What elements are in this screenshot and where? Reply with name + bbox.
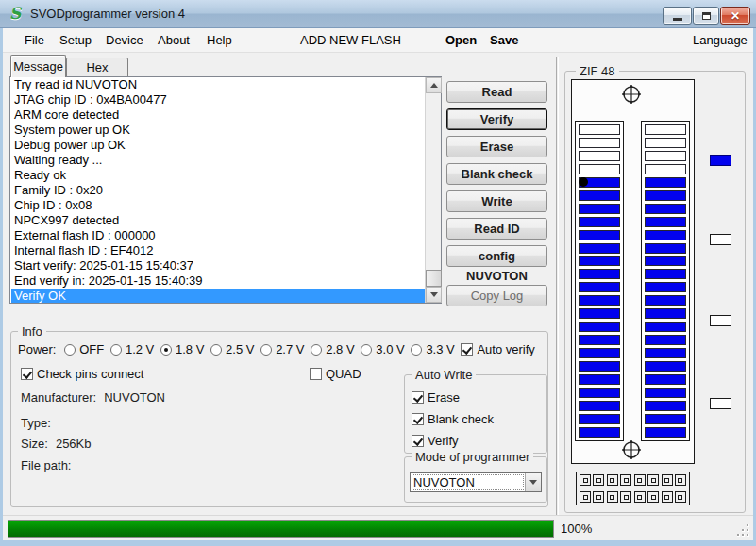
radio-icon: [311, 344, 322, 356]
log-line[interactable]: Chip ID : 0x08: [11, 198, 426, 213]
log-line[interactable]: Waiting ready ...: [11, 153, 426, 168]
connector-pad: [662, 491, 673, 503]
radio-label: 2.7 V: [276, 342, 304, 356]
log-line[interactable]: Family ID : 0x20: [11, 183, 426, 198]
title-bar[interactable]: S SVODprogrammer version 4 ✕: [0, 0, 756, 28]
zif-indicator-off: [710, 398, 731, 409]
log-scrollbar[interactable]: [425, 77, 441, 303]
auto-verify-checkbox[interactable]: Auto verify: [461, 342, 534, 356]
log-line[interactable]: External flash ID : 000000: [11, 228, 426, 243]
power-radio-2-7v[interactable]: 2.7 V: [260, 342, 304, 356]
connector-row: [580, 474, 686, 486]
checkbox-label: Auto verify: [477, 342, 534, 356]
log-line[interactable]: End verify in: 2025-01-15 15:40:39: [11, 273, 426, 289]
info-group-title: Info: [18, 324, 46, 339]
zif-indicator-on: [710, 155, 731, 166]
radio-label: 1.2 V: [126, 342, 154, 356]
power-radio-2-5v[interactable]: 2.5 V: [210, 342, 254, 356]
log-line[interactable]: Ready ok: [11, 168, 426, 183]
power-radio-off[interactable]: OFF: [64, 342, 104, 356]
menu-help[interactable]: Help: [207, 33, 232, 47]
connector-pad: [580, 491, 591, 503]
menu-add-new-flash[interactable]: ADD NEW FLASH: [300, 33, 401, 47]
minimize-button[interactable]: [663, 7, 692, 25]
zif-pin: [579, 348, 620, 358]
log-line[interactable]: NPCX997 detected: [11, 213, 426, 228]
menu-save[interactable]: Save: [490, 33, 518, 47]
message-log-list[interactable]: Try read id NUVOTON JTAG chip ID : 0x4BA…: [9, 76, 442, 304]
auto-write-blank-check-checkbox[interactable]: Blank check: [412, 412, 494, 426]
scrollbar-thumb[interactable]: [426, 270, 442, 287]
zif-indicator-off: [710, 315, 731, 326]
connector-row: [580, 491, 686, 503]
blank-check-button[interactable]: Blank check: [446, 163, 547, 185]
close-button[interactable]: ✕: [720, 7, 750, 25]
power-radio-1-2v[interactable]: 1.2 V: [110, 342, 154, 356]
zif-pin: [579, 269, 620, 279]
maximize-button[interactable]: [693, 7, 719, 25]
zif-pin: [645, 124, 686, 135]
menu-about[interactable]: About: [158, 33, 190, 47]
config-nuvoton-button[interactable]: config NUVOTON: [446, 245, 547, 267]
combo-dropdown-button[interactable]: [525, 473, 541, 491]
tab-message[interactable]: Message: [10, 55, 66, 77]
connector-pad: [620, 474, 631, 486]
log-line[interactable]: Debug power up OK: [11, 138, 426, 153]
status-bar: 100%: [3, 515, 753, 540]
menu-file[interactable]: File: [25, 33, 44, 47]
log-line[interactable]: Internal flash ID : EF4012: [11, 243, 426, 258]
zif-pin: [579, 401, 620, 411]
verify-button[interactable]: Verify: [446, 108, 547, 130]
manufacturer-field: Manufacturer:NUVOTON: [21, 390, 165, 405]
radio-label: 3.3 V: [426, 342, 454, 356]
field-label: Manufacturer:: [21, 390, 96, 405]
log-line[interactable]: JTAG chip ID : 0x4BA00477: [11, 92, 426, 108]
mode-of-programmer-select[interactable]: NUVOTON: [410, 472, 542, 492]
menu-open[interactable]: Open: [445, 33, 477, 47]
power-radio-3-3v[interactable]: 3.3 V: [411, 342, 454, 356]
checkbox-label: Blank check: [428, 412, 494, 426]
menu-device[interactable]: Device: [106, 33, 143, 47]
scroll-up-button[interactable]: [426, 77, 442, 93]
log-line-selected[interactable]: Verify OK: [11, 289, 426, 303]
zif-pin: [579, 164, 620, 174]
write-button[interactable]: Write: [446, 190, 547, 212]
connector-pad: [607, 491, 618, 503]
tab-hex-viewer[interactable]: Hex Viewer: [66, 58, 128, 77]
log-line[interactable]: Try read id NUVOTON: [11, 77, 426, 92]
zif-pin: [645, 177, 686, 188]
radio-selected-icon: [160, 344, 172, 356]
quad-checkbox[interactable]: QUAD: [310, 367, 361, 381]
copy-log-button[interactable]: Copy Log: [446, 285, 547, 306]
read-button[interactable]: Read: [446, 81, 547, 103]
auto-write-verify-checkbox[interactable]: Verify: [412, 434, 459, 448]
power-radio-3-0v[interactable]: 3.0 V: [361, 342, 404, 356]
resize-grip[interactable]: [735, 522, 749, 537]
read-id-button[interactable]: Read ID: [446, 218, 547, 240]
checkbox-label: Erase: [428, 390, 460, 405]
erase-button[interactable]: Erase: [446, 136, 547, 157]
radio-label: 3.0 V: [376, 342, 404, 356]
menu-setup[interactable]: Setup: [59, 33, 92, 47]
log-line[interactable]: Start verify: 2025-01-15 15:40:37: [11, 258, 426, 273]
check-pins-connect-checkbox[interactable]: Check pins connect: [21, 367, 143, 381]
zif-pin: [645, 204, 686, 214]
zif-pin: [579, 414, 620, 424]
auto-write-erase-checkbox[interactable]: Erase: [412, 390, 460, 405]
log-line[interactable]: System power up OK: [11, 123, 426, 138]
window-border: [0, 28, 3, 546]
power-radio-1-8v[interactable]: 1.8 V: [160, 342, 204, 356]
menu-language[interactable]: Language: [693, 33, 748, 47]
close-icon: ✕: [731, 10, 740, 22]
progress-bar: [8, 520, 554, 538]
zif-pin: [645, 427, 686, 438]
power-radio-2-8v[interactable]: 2.8 V: [311, 342, 354, 356]
zif-group-title: ZIF 48: [576, 64, 619, 78]
zif-pin: [579, 282, 620, 292]
log-line[interactable]: ARM core detected: [11, 108, 426, 123]
type-field: Type:: [21, 416, 59, 430]
auto-write-title: Auto Write: [412, 368, 476, 382]
connector-pad: [675, 491, 686, 503]
scroll-down-button[interactable]: [426, 287, 442, 303]
zif-pin: [579, 124, 620, 135]
